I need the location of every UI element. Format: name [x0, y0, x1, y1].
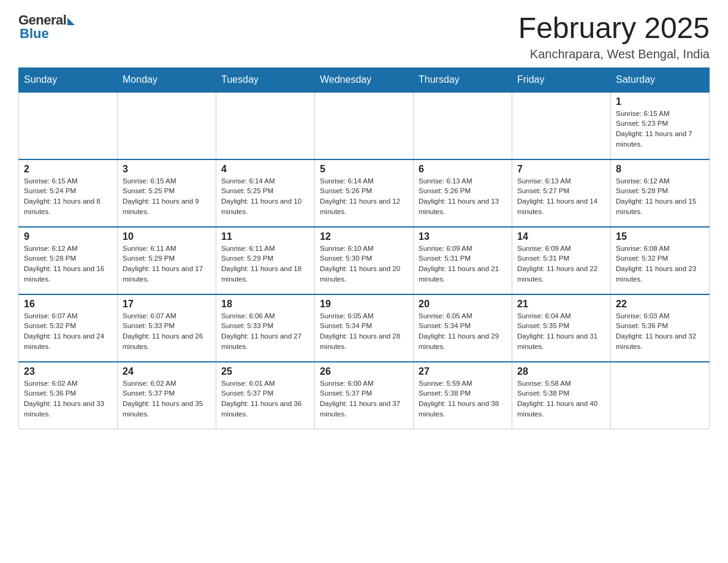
calendar-day-cell: 12Sunrise: 6:10 AMSunset: 5:30 PMDayligh…: [315, 227, 414, 294]
day-number: 24: [123, 366, 211, 377]
calendar-day-cell: 20Sunrise: 6:05 AMSunset: 5:34 PMDayligh…: [414, 294, 512, 362]
day-number: 23: [24, 366, 112, 377]
calendar-day-cell: 13Sunrise: 6:09 AMSunset: 5:31 PMDayligh…: [414, 227, 512, 294]
day-number: 17: [123, 299, 211, 310]
weekday-header-thursday: Thursday: [414, 67, 512, 92]
day-number: 18: [221, 299, 309, 310]
day-number: 10: [123, 231, 211, 242]
page-header: General Blue February 2025 Kanchrapara, …: [18, 12, 710, 61]
calendar-day-cell: [315, 92, 414, 159]
calendar-day-cell: 22Sunrise: 6:03 AMSunset: 5:36 PMDayligh…: [611, 294, 710, 362]
calendar-week-row: 1Sunrise: 6:15 AMSunset: 5:23 PMDaylight…: [19, 92, 710, 159]
day-info: Sunrise: 6:12 AMSunset: 5:28 PMDaylight:…: [24, 243, 112, 285]
day-info: Sunrise: 6:14 AMSunset: 5:25 PMDaylight:…: [221, 176, 309, 217]
calendar-day-cell: [611, 362, 710, 429]
day-number: 22: [616, 299, 704, 310]
day-number: 7: [517, 164, 605, 175]
day-info: Sunrise: 6:08 AMSunset: 5:32 PMDaylight:…: [616, 243, 704, 285]
calendar-day-cell: 23Sunrise: 6:02 AMSunset: 5:36 PMDayligh…: [19, 362, 118, 429]
day-number: 26: [320, 366, 408, 377]
day-number: 21: [517, 299, 605, 310]
day-info: Sunrise: 6:05 AMSunset: 5:34 PMDaylight:…: [320, 311, 408, 352]
calendar-day-cell: 24Sunrise: 6:02 AMSunset: 5:37 PMDayligh…: [118, 362, 216, 429]
day-number: 9: [24, 231, 112, 242]
month-title: February 2025: [518, 12, 710, 45]
day-number: 16: [24, 299, 112, 310]
calendar-day-cell: 19Sunrise: 6:05 AMSunset: 5:34 PMDayligh…: [315, 294, 414, 362]
calendar-day-cell: 11Sunrise: 6:11 AMSunset: 5:29 PMDayligh…: [216, 227, 315, 294]
logo-arrow-icon: [67, 18, 75, 25]
day-info: Sunrise: 6:09 AMSunset: 5:31 PMDaylight:…: [517, 243, 605, 285]
day-number: 19: [320, 299, 408, 310]
day-info: Sunrise: 6:14 AMSunset: 5:26 PMDaylight:…: [320, 176, 408, 217]
calendar-week-row: 23Sunrise: 6:02 AMSunset: 5:36 PMDayligh…: [19, 362, 710, 429]
calendar-day-cell: 26Sunrise: 6:00 AMSunset: 5:37 PMDayligh…: [315, 362, 414, 429]
day-info: Sunrise: 5:59 AMSunset: 5:38 PMDaylight:…: [419, 378, 507, 419]
day-number: 14: [517, 231, 605, 242]
weekday-header-sunday: Sunday: [19, 67, 118, 92]
day-info: Sunrise: 6:06 AMSunset: 5:33 PMDaylight:…: [221, 311, 309, 352]
calendar-day-cell: 3Sunrise: 6:15 AMSunset: 5:25 PMDaylight…: [118, 159, 216, 227]
calendar-day-cell: 27Sunrise: 5:59 AMSunset: 5:38 PMDayligh…: [414, 362, 512, 429]
day-number: 27: [419, 366, 507, 377]
calendar-day-cell: [118, 92, 216, 159]
day-info: Sunrise: 5:58 AMSunset: 5:38 PMDaylight:…: [517, 378, 605, 419]
day-number: 2: [24, 164, 112, 175]
day-number: 3: [123, 164, 211, 175]
title-section: February 2025 Kanchrapara, West Bengal, …: [518, 12, 710, 61]
day-number: 25: [221, 366, 309, 377]
day-number: 1: [616, 96, 704, 107]
logo: General Blue: [18, 12, 75, 42]
calendar-day-cell: 8Sunrise: 6:12 AMSunset: 5:28 PMDaylight…: [611, 159, 710, 227]
calendar-day-cell: 5Sunrise: 6:14 AMSunset: 5:26 PMDaylight…: [315, 159, 414, 227]
day-info: Sunrise: 6:05 AMSunset: 5:34 PMDaylight:…: [419, 311, 507, 352]
day-info: Sunrise: 6:11 AMSunset: 5:29 PMDaylight:…: [123, 243, 211, 285]
day-number: 28: [517, 366, 605, 377]
calendar-day-cell: [414, 92, 512, 159]
weekday-header-row: SundayMondayTuesdayWednesdayThursdayFrid…: [19, 67, 710, 92]
day-info: Sunrise: 6:15 AMSunset: 5:24 PMDaylight:…: [24, 176, 112, 217]
day-number: 6: [419, 164, 507, 175]
day-info: Sunrise: 6:07 AMSunset: 5:32 PMDaylight:…: [24, 311, 112, 352]
day-info: Sunrise: 6:13 AMSunset: 5:27 PMDaylight:…: [517, 176, 605, 217]
calendar-day-cell: 15Sunrise: 6:08 AMSunset: 5:32 PMDayligh…: [611, 227, 710, 294]
calendar-day-cell: 25Sunrise: 6:01 AMSunset: 5:37 PMDayligh…: [216, 362, 315, 429]
day-info: Sunrise: 6:03 AMSunset: 5:36 PMDaylight:…: [616, 311, 704, 352]
calendar-week-row: 16Sunrise: 6:07 AMSunset: 5:32 PMDayligh…: [19, 294, 710, 362]
day-number: 5: [320, 164, 408, 175]
calendar-day-cell: 14Sunrise: 6:09 AMSunset: 5:31 PMDayligh…: [512, 227, 611, 294]
calendar-day-cell: 28Sunrise: 5:58 AMSunset: 5:38 PMDayligh…: [512, 362, 611, 429]
calendar-table: SundayMondayTuesdayWednesdayThursdayFrid…: [18, 67, 710, 430]
day-number: 15: [616, 231, 704, 242]
day-number: 4: [221, 164, 309, 175]
day-info: Sunrise: 6:09 AMSunset: 5:31 PMDaylight:…: [419, 243, 507, 285]
calendar-day-cell: 16Sunrise: 6:07 AMSunset: 5:32 PMDayligh…: [19, 294, 118, 362]
weekday-header-monday: Monday: [118, 67, 216, 92]
calendar-day-cell: [216, 92, 315, 159]
day-info: Sunrise: 6:00 AMSunset: 5:37 PMDaylight:…: [320, 378, 408, 419]
calendar-day-cell: 6Sunrise: 6:13 AMSunset: 5:26 PMDaylight…: [414, 159, 512, 227]
calendar-day-cell: 7Sunrise: 6:13 AMSunset: 5:27 PMDaylight…: [512, 159, 611, 227]
calendar-day-cell: [512, 92, 611, 159]
calendar-day-cell: 4Sunrise: 6:14 AMSunset: 5:25 PMDaylight…: [216, 159, 315, 227]
day-number: 11: [221, 231, 309, 242]
day-info: Sunrise: 6:13 AMSunset: 5:26 PMDaylight:…: [419, 176, 507, 217]
calendar-day-cell: 9Sunrise: 6:12 AMSunset: 5:28 PMDaylight…: [19, 227, 118, 294]
day-info: Sunrise: 6:15 AMSunset: 5:23 PMDaylight:…: [616, 109, 704, 150]
day-number: 13: [419, 231, 507, 242]
calendar-day-cell: [19, 92, 118, 159]
calendar-day-cell: 10Sunrise: 6:11 AMSunset: 5:29 PMDayligh…: [118, 227, 216, 294]
calendar-week-row: 2Sunrise: 6:15 AMSunset: 5:24 PMDaylight…: [19, 159, 710, 227]
calendar-week-row: 9Sunrise: 6:12 AMSunset: 5:28 PMDaylight…: [19, 227, 710, 294]
location: Kanchrapara, West Bengal, India: [518, 47, 710, 61]
logo-blue-text: Blue: [20, 26, 49, 42]
day-info: Sunrise: 6:10 AMSunset: 5:30 PMDaylight:…: [320, 243, 408, 285]
day-info: Sunrise: 6:12 AMSunset: 5:28 PMDaylight:…: [616, 176, 704, 217]
weekday-header-tuesday: Tuesday: [216, 67, 315, 92]
weekday-header-wednesday: Wednesday: [315, 67, 414, 92]
day-info: Sunrise: 6:01 AMSunset: 5:37 PMDaylight:…: [221, 378, 309, 419]
day-info: Sunrise: 6:02 AMSunset: 5:37 PMDaylight:…: [123, 378, 211, 419]
day-info: Sunrise: 6:04 AMSunset: 5:35 PMDaylight:…: [517, 311, 605, 352]
day-number: 8: [616, 164, 704, 175]
day-number: 12: [320, 231, 408, 242]
